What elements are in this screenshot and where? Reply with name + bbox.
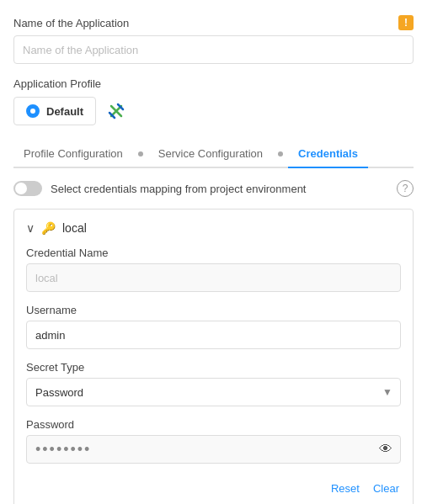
- clear-button[interactable]: Clear: [371, 479, 401, 498]
- profile-options-row: Default: [13, 97, 414, 125]
- page-container: Name of the Application ! Application Pr…: [0, 0, 427, 504]
- password-label: Password: [26, 418, 401, 431]
- help-icon[interactable]: ?: [397, 180, 414, 197]
- secret-type-group: Secret Type Password SSH Key Token ▼: [26, 361, 401, 406]
- tab-dot-2: [278, 151, 283, 157]
- radio-selected-icon: [26, 104, 40, 118]
- credential-name-group: Credential Name: [26, 247, 401, 292]
- credentials-mapping-toggle[interactable]: [13, 181, 42, 196]
- tab-dot-1: [138, 151, 143, 157]
- tab-profile-config[interactable]: Profile Configuration: [13, 141, 133, 167]
- tab-service-config[interactable]: Service Configuration: [148, 141, 273, 167]
- credential-name-label: Credential Name: [26, 247, 401, 259]
- password-input[interactable]: [26, 435, 401, 464]
- app-profile-label: Application Profile: [13, 77, 414, 90]
- secret-type-select[interactable]: Password SSH Key Token: [26, 378, 401, 406]
- password-group: Password 👁: [26, 418, 401, 464]
- credential-name-header: local: [62, 221, 87, 235]
- warning-icon: !: [398, 15, 414, 30]
- reset-button[interactable]: Reset: [329, 479, 361, 498]
- password-field-wrapper: 👁: [26, 435, 401, 464]
- key-icon: 🔑: [41, 221, 56, 235]
- profile-default-label: Default: [46, 105, 83, 118]
- chevron-down-icon: ∨: [26, 221, 35, 235]
- profile-option-default[interactable]: Default: [13, 97, 96, 125]
- eye-icon[interactable]: 👁: [379, 442, 392, 457]
- profile-delete-icon[interactable]: [106, 101, 126, 121]
- footer-actions: Reset Clear: [26, 475, 401, 498]
- credentials-toggle-row: Select credentials mapping from project …: [13, 180, 414, 197]
- credential-box: ∨ 🔑 local Credential Name Username Secre…: [13, 209, 414, 504]
- app-name-label: Name of the Application: [13, 17, 129, 29]
- credentials-tab-content: Select credentials mapping from project …: [13, 168, 414, 504]
- tab-credentials[interactable]: Credentials: [288, 141, 368, 167]
- credential-header[interactable]: ∨ 🔑 local: [26, 221, 401, 235]
- username-label: Username: [26, 304, 401, 316]
- secret-type-label: Secret Type: [26, 361, 401, 374]
- credential-name-input[interactable]: [26, 263, 401, 292]
- app-name-label-row: Name of the Application !: [13, 15, 414, 30]
- tabs-row: Profile Configuration Service Configurat…: [13, 141, 414, 168]
- secret-type-select-wrapper: Password SSH Key Token ▼: [26, 378, 401, 406]
- credentials-toggle-label: Select credentials mapping from project …: [51, 183, 388, 195]
- username-input[interactable]: [26, 321, 401, 349]
- username-group: Username: [26, 304, 401, 349]
- app-name-input[interactable]: [13, 35, 414, 64]
